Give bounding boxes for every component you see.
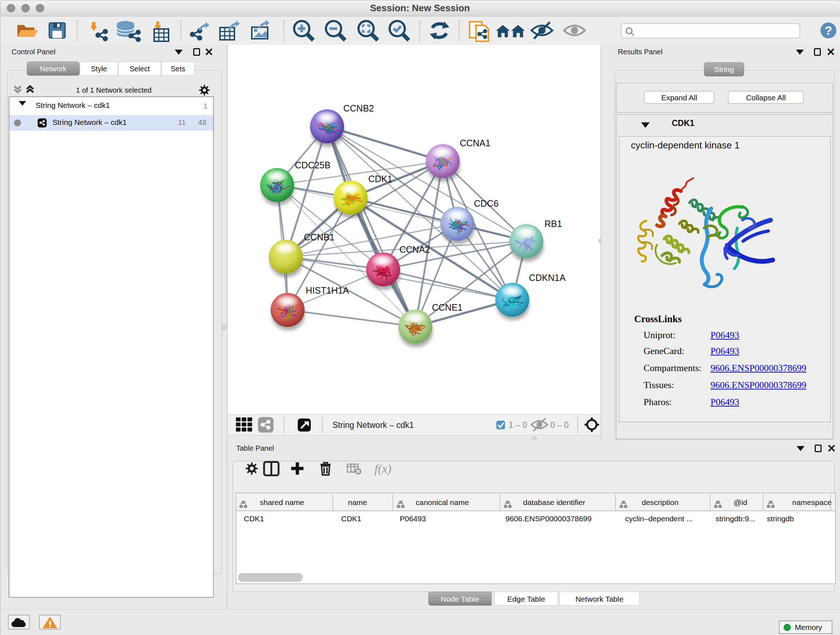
svg-text:1 – 0: 1 – 0 — [508, 420, 527, 430]
svg-text:CDK1: CDK1 — [368, 174, 393, 184]
svg-text:description: description — [642, 498, 679, 507]
svg-text:CCNB1: CCNB1 — [304, 232, 335, 242]
svg-text:f(x): f(x) — [374, 462, 392, 476]
svg-text:CCNB2: CCNB2 — [343, 103, 374, 113]
svg-text:CDK1: CDK1 — [341, 515, 362, 523]
svg-text:?: ? — [825, 24, 832, 37]
svg-text:shared name: shared name — [260, 498, 304, 507]
svg-text:P06493: P06493 — [400, 515, 426, 523]
svg-text:CCNA2: CCNA2 — [399, 244, 430, 255]
svg-text:CDKN1A: CDKN1A — [529, 272, 566, 283]
svg-text:namespace: namespace — [792, 498, 832, 507]
svg-text:9606.ENSP00000378699: 9606.ENSP00000378699 — [505, 515, 592, 523]
svg-text:CCNE1: CCNE1 — [432, 302, 463, 312]
svg-text:name: name — [348, 498, 367, 507]
svg-text:CDC25B: CDC25B — [295, 160, 331, 170]
svg-text:RB1: RB1 — [545, 219, 562, 229]
svg-text:cyclin–dependent ...: cyclin–dependent ... — [625, 515, 693, 523]
svg-text:CDK1: CDK1 — [244, 515, 264, 523]
svg-text:String Network – cdk1: String Network – cdk1 — [332, 420, 414, 430]
svg-text:@id: @id — [734, 498, 747, 507]
svg-text:stringdb:9...: stringdb:9... — [715, 515, 755, 523]
svg-text:0 – 0: 0 – 0 — [550, 420, 569, 430]
svg-text:CCNA1: CCNA1 — [460, 138, 491, 148]
svg-text:database identifier: database identifier — [523, 498, 585, 507]
svg-text:canonical name: canonical name — [416, 498, 469, 507]
svg-text:CDC6: CDC6 — [474, 198, 499, 209]
svg-text:HIST1H1A: HIST1H1A — [306, 285, 349, 295]
svg-text:stringdb: stringdb — [767, 515, 794, 523]
